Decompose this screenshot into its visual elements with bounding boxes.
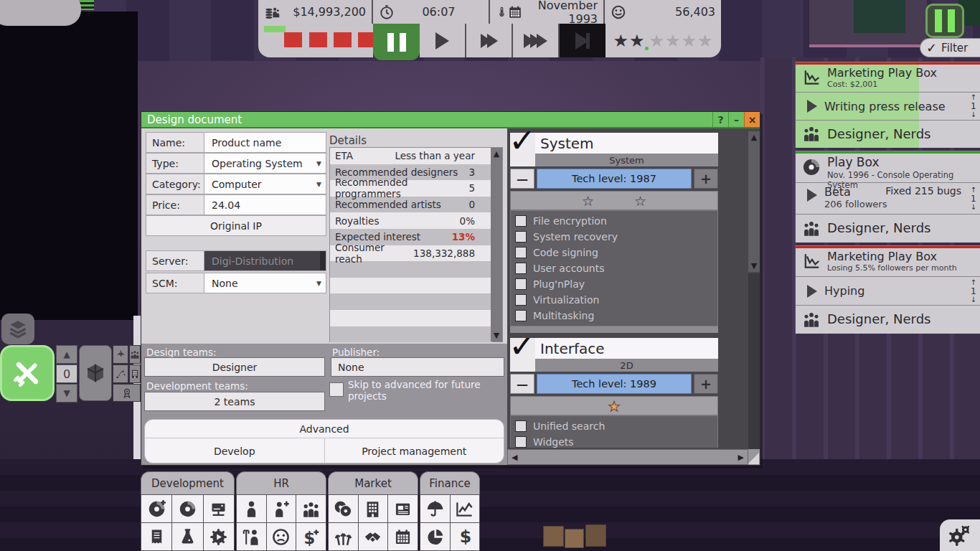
module-subtitle-button[interactable]: 2D [535,359,718,372]
task-card-marketing-1[interactable]: Marketing Play Box Cost: $2,001 Writing … [795,62,980,148]
feature-row[interactable]: File encryption [511,213,717,229]
teams-button[interactable] [296,495,326,522]
awards-button[interactable] [113,384,141,402]
staff-zones-button[interactable] [129,345,141,364]
feature-checkbox[interactable] [515,263,527,274]
stocks-button[interactable] [451,495,480,522]
fence-button[interactable] [129,364,141,383]
help-button[interactable]: ? [712,112,728,127]
tab-market[interactable]: Market [328,471,418,494]
task-card-product[interactable]: Play Box Nov. 1996 - Console Operating S… [795,151,980,242]
modules-hscrollbar[interactable]: ◀ ▶ [507,449,748,465]
new-software-button[interactable] [141,495,171,522]
task-team-row[interactable]: Designer, Nerds [796,305,980,332]
feature-row[interactable]: Multitasking [511,308,717,324]
tab-finance[interactable]: Finance [420,471,480,494]
fast-forward-button[interactable] [466,24,513,57]
feature-row[interactable]: Widgets [511,434,717,448]
press-button[interactable] [388,495,418,522]
feature-row[interactable]: System recovery [511,229,717,245]
type-select[interactable]: Operating System▼ [204,153,326,174]
distribution-button[interactable] [329,523,358,550]
loans-button[interactable] [451,523,480,550]
name-input[interactable]: Product name [204,132,326,153]
alert-square[interactable] [284,32,302,47]
software-list-button[interactable] [172,495,202,522]
scroll-down-icon[interactable]: ▼ [751,261,757,270]
feature-checkbox[interactable] [515,247,527,258]
servers-button[interactable] [204,495,234,522]
furniture-button[interactable] [79,345,112,401]
server-select-disabled[interactable]: Digi-Distribution [204,250,326,271]
dialog-titlebar[interactable]: Design document ? – × [141,112,760,128]
roads-button[interactable] [113,364,128,383]
scm-select[interactable]: None▼ [204,273,326,293]
build-tools-button[interactable] [0,345,55,401]
feature-row[interactable]: Virtualization [511,292,717,308]
category-select[interactable]: Computer▼ [204,174,326,194]
floor-up-button[interactable]: ▲ [56,345,77,364]
task-action-row[interactable]: Hyping ↑ 1 ↓ [796,276,980,305]
develop-button[interactable]: Develop [145,438,325,463]
task-team-row[interactable]: Designer, Nerds [796,120,980,146]
queue-stepper[interactable]: ↑ 1 ↓ [971,279,976,303]
feature-checkbox[interactable] [515,310,527,321]
hire-button[interactable] [267,495,296,522]
queue-up-icon[interactable]: ↑ [971,187,976,194]
automation-button[interactable] [204,523,234,550]
market-products-button[interactable] [329,495,358,522]
queue-down-icon[interactable]: ↓ [971,296,976,303]
dialog-resize-handle[interactable] [748,449,760,465]
development-teams-button[interactable]: 2 teams [144,392,325,411]
deals-button[interactable] [359,523,388,550]
queue-stepper[interactable]: ↑ 1 ↓ [971,94,976,118]
task-action-row[interactable]: Writing press release ↑ 1 ↓ [796,92,980,120]
insurance-button[interactable] [420,495,450,522]
staff-button[interactable] [237,523,266,550]
tab-development[interactable]: Development [141,471,235,494]
feature-row[interactable]: Plug'nPlay [511,276,717,292]
feature-checkbox[interactable] [515,420,527,432]
module-subtitle-button[interactable]: System [535,154,718,166]
details-scrollbar[interactable]: ▲ ▼ [491,148,502,342]
tech-level-minus-button[interactable]: — [510,374,534,394]
fastest-forward-button[interactable] [513,24,560,57]
pause-button[interactable] [373,24,420,60]
floor-down-button[interactable]: ▼ [56,384,77,402]
morale-button[interactable] [267,523,296,550]
research-button[interactable] [172,523,202,550]
price-input[interactable]: 24.04 [204,194,326,215]
scroll-right-icon[interactable]: ▶ [738,453,744,462]
scroll-up-icon[interactable]: ▲ [751,133,757,142]
queue-down-icon[interactable]: ↓ [971,111,976,118]
alert-square[interactable] [309,32,327,47]
schedule-button[interactable] [388,523,418,550]
minimize-button[interactable]: – [728,112,744,127]
play-button[interactable] [420,24,466,57]
queue-stepper[interactable]: ↑ 1 ↓ [971,187,976,211]
feature-row[interactable]: User accounts [511,260,717,276]
queue-down-icon[interactable]: ↓ [971,204,976,211]
feature-checkbox[interactable] [515,436,527,448]
feature-checkbox[interactable] [515,231,527,242]
advanced-button[interactable]: Advanced [145,420,504,438]
project-management-button[interactable]: Project management [325,438,504,463]
design-teams-button[interactable]: Designer [144,357,325,377]
queue-up-icon[interactable]: ↑ [971,279,976,286]
feature-checkbox[interactable] [515,215,527,227]
lighting-button[interactable] [113,345,128,364]
employees-button[interactable] [237,495,266,522]
filter-toggle[interactable]: ✓ Filter [920,38,980,57]
alert-square[interactable] [334,32,352,47]
modules-scrollbar[interactable]: ▲ ▼ [748,131,760,272]
scroll-left-icon[interactable]: ◀ [512,453,517,462]
contracts-button[interactable] [141,523,171,550]
publisher-button[interactable]: None [331,357,504,377]
task-card-marketing-2[interactable]: Marketing Play Box Losing 5.5% followers… [795,245,980,334]
tech-level-minus-button[interactable]: — [510,169,534,189]
skip-advanced-checkbox[interactable] [329,382,344,397]
tech-level-plus-button[interactable]: + [694,169,718,189]
task-team-row[interactable]: Designer, Nerds [796,214,980,241]
feature-row[interactable]: Unified search [511,418,717,434]
tech-level-plus-button[interactable]: + [694,374,718,394]
